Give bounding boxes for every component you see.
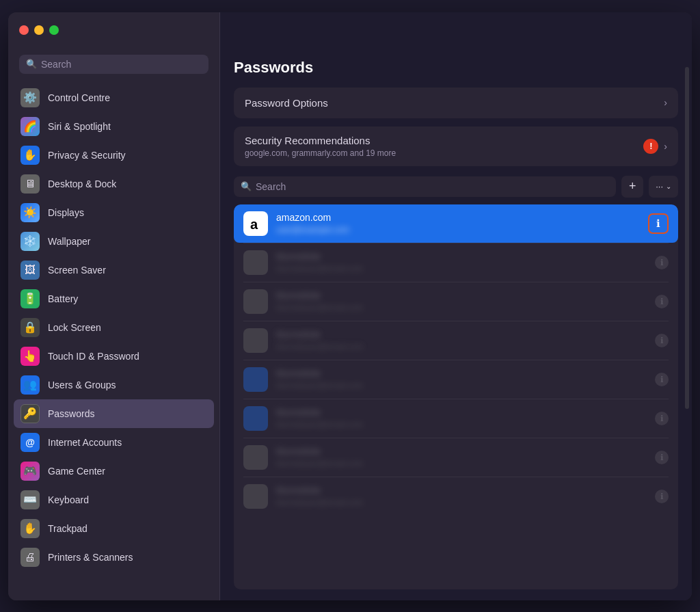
sidebar-item-label: Privacy & Security bbox=[48, 150, 126, 161]
sidebar-item-label: Touch ID & Password bbox=[48, 351, 139, 362]
password-item-5[interactable]: blurredsite blurreduser@email.com ℹ bbox=[234, 360, 678, 399]
sidebar-item-label: Control Centre bbox=[48, 92, 110, 103]
info-dot-7: ℹ bbox=[655, 451, 669, 464]
main-search-container[interactable]: 🔍 bbox=[234, 176, 616, 197]
sidebar-item-label: Desktop & Dock bbox=[48, 178, 116, 189]
chevron-down-icon: ⌄ bbox=[666, 183, 671, 190]
site-icon-4 bbox=[243, 328, 268, 353]
svg-text:a: a bbox=[250, 217, 258, 232]
search-icon: 🔍 bbox=[26, 59, 37, 69]
security-recommendations-row[interactable]: Security Recommendations google.com, gra… bbox=[234, 127, 678, 166]
password-list: a amazon.com user@example.com ℹ blurreds… bbox=[234, 204, 678, 589]
sidebar-item-touch-id[interactable]: 👆 Touch ID & Password bbox=[14, 342, 214, 371]
main-search-input[interactable] bbox=[256, 181, 609, 192]
site-info-7: blurredsite blurreduser@email.com bbox=[276, 446, 647, 468]
control-centre-icon: ⚙️ bbox=[21, 88, 40, 107]
sidebar-item-battery[interactable]: 🔋 Battery bbox=[14, 284, 214, 313]
sidebar-item-users-groups[interactable]: 👥 Users & Groups bbox=[14, 371, 214, 399]
sidebar-item-label: Lock Screen bbox=[48, 322, 101, 333]
sidebar-item-internet-accounts[interactable]: @ Internet Accounts bbox=[14, 428, 214, 457]
site-info-6: blurredsite blurreduser@email.com bbox=[276, 407, 647, 429]
site-name-6: blurredsite bbox=[276, 407, 647, 418]
site-name-2: blurredsite bbox=[276, 251, 647, 262]
sidebar-item-game-center[interactable]: 🎮 Game Center bbox=[14, 457, 214, 485]
trackpad-icon: ✋ bbox=[21, 519, 40, 538]
sidebar-item-passwords[interactable]: 🔑 Passwords bbox=[14, 399, 214, 428]
screen-saver-icon: 🖼 bbox=[21, 261, 40, 280]
security-recommendations-title: Security Recommendations bbox=[245, 135, 396, 146]
site-info-2: blurredsite blurreduser@email.com bbox=[276, 251, 647, 274]
info-dot-6: ℹ bbox=[655, 412, 669, 425]
sidebar-item-label: Siri & Spotlight bbox=[48, 121, 111, 132]
sidebar-item-wallpaper[interactable]: ❄️ Wallpaper bbox=[14, 227, 214, 256]
sidebar-item-lock-screen[interactable]: 🔒 Lock Screen bbox=[14, 313, 214, 342]
internet-icon: @ bbox=[21, 433, 40, 452]
password-item-6[interactable]: blurredsite blurreduser@email.com ℹ bbox=[234, 399, 678, 438]
info-button-amazon[interactable]: ℹ bbox=[648, 213, 669, 234]
sidebar-item-label: Battery bbox=[48, 293, 78, 304]
page-title: Passwords bbox=[234, 59, 678, 77]
site-icon-5 bbox=[243, 367, 268, 392]
sidebar-item-label: Keyboard bbox=[48, 494, 89, 505]
security-recommendations-subtitle: google.com, grammarly.com and 19 more bbox=[245, 148, 396, 158]
site-user-7: blurreduser@email.com bbox=[276, 459, 647, 468]
battery-icon: 🔋 bbox=[21, 289, 40, 308]
site-name-7: blurredsite bbox=[276, 446, 647, 457]
password-item-7[interactable]: blurredsite blurreduser@email.com ℹ bbox=[234, 438, 678, 477]
password-item-8[interactable]: blurredsite blurreduser@email.com ℹ bbox=[234, 477, 678, 516]
site-icon-3 bbox=[243, 289, 268, 314]
password-item-2[interactable]: blurredsite blurreduser@email.com ℹ bbox=[234, 243, 678, 282]
site-icon-2 bbox=[243, 250, 268, 275]
title-bar bbox=[8, 12, 692, 48]
sidebar-item-label: Users & Groups bbox=[48, 380, 116, 390]
sidebar-item-printers-scanners[interactable]: 🖨 Printers & Scanners bbox=[14, 543, 214, 572]
privacy-icon: ✋ bbox=[21, 146, 40, 165]
sidebar-search-input[interactable] bbox=[41, 59, 202, 70]
main-content: Passwords Password Options › Security Re… bbox=[220, 12, 692, 600]
main-inner: Passwords Password Options › Security Re… bbox=[220, 48, 692, 600]
sidebar-item-screen-saver[interactable]: 🖼 Screen Saver bbox=[14, 256, 214, 284]
info-dot-2: ℹ bbox=[655, 256, 669, 269]
sidebar-item-label: Screen Saver bbox=[48, 265, 106, 276]
sidebar-item-desktop-dock[interactable]: 🖥 Desktop & Dock bbox=[14, 170, 214, 198]
main-scrollbar[interactable] bbox=[685, 67, 689, 409]
more-options-button[interactable]: ··· ⌄ bbox=[649, 176, 678, 198]
sidebar: 🔍 ⚙️ Control Centre 🌈 Siri & Spotlight ✋… bbox=[8, 12, 220, 600]
traffic-lights bbox=[19, 25, 59, 35]
site-name-8: blurredsite bbox=[276, 485, 647, 496]
passwords-icon: 🔑 bbox=[21, 404, 40, 423]
info-dot-4: ℹ bbox=[655, 334, 669, 347]
amazon-site-name: amazon.com bbox=[276, 212, 640, 223]
minimize-button[interactable] bbox=[34, 25, 44, 35]
site-user-6: blurreduser@email.com bbox=[276, 420, 647, 429]
sidebar-item-label: Passwords bbox=[48, 408, 94, 419]
displays-icon: ☀️ bbox=[21, 203, 40, 222]
sidebar-list: ⚙️ Control Centre 🌈 Siri & Spotlight ✋ P… bbox=[8, 83, 219, 600]
sidebar-item-siri-spotlight[interactable]: 🌈 Siri & Spotlight bbox=[14, 112, 214, 141]
sidebar-item-privacy-security[interactable]: ✋ Privacy & Security bbox=[14, 141, 214, 170]
password-item-3[interactable]: blurredsite blurreduser@email.com ℹ bbox=[234, 282, 678, 321]
add-password-button[interactable]: + bbox=[621, 176, 643, 198]
password-item-amazon[interactable]: a amazon.com user@example.com ℹ bbox=[234, 204, 678, 243]
password-item-4[interactable]: blurredsite blurreduser@email.com ℹ bbox=[234, 321, 678, 360]
close-button[interactable] bbox=[19, 25, 29, 35]
site-user-2: blurreduser@email.com bbox=[276, 264, 647, 274]
amazon-username: user@example.com bbox=[276, 225, 640, 235]
sidebar-search-container[interactable]: 🔍 bbox=[19, 55, 208, 74]
site-info-3: blurredsite blurreduser@email.com bbox=[276, 290, 647, 312]
sidebar-item-control-centre[interactable]: ⚙️ Control Centre bbox=[14, 83, 214, 112]
sidebar-item-keyboard[interactable]: ⌨️ Keyboard bbox=[14, 485, 214, 514]
sidebar-item-trackpad[interactable]: ✋ Trackpad bbox=[14, 514, 214, 543]
info-dot-8: ℹ bbox=[655, 490, 669, 503]
password-options-label: Password Options bbox=[245, 97, 328, 109]
site-name-4: blurredsite bbox=[276, 329, 647, 340]
site-info-8: blurredsite blurreduser@email.com bbox=[276, 485, 647, 507]
printers-icon: 🖨 bbox=[21, 548, 40, 567]
security-chevron: › bbox=[664, 141, 667, 152]
wallpaper-icon: ❄️ bbox=[21, 232, 40, 251]
site-user-8: blurreduser@email.com bbox=[276, 498, 647, 507]
password-options-row[interactable]: Password Options › bbox=[234, 88, 678, 118]
maximize-button[interactable] bbox=[49, 25, 59, 35]
sidebar-item-displays[interactable]: ☀️ Displays bbox=[14, 198, 214, 227]
password-options-chevron: › bbox=[664, 97, 667, 108]
